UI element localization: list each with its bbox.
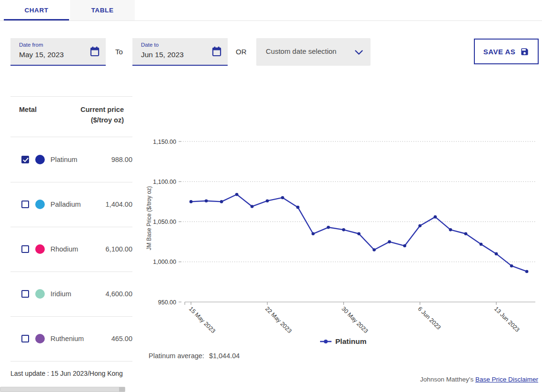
divider [10, 316, 132, 317]
date-to-label: Date to [141, 42, 159, 48]
metal-row-platinum[interactable]: Platinum 988.00 [10, 154, 132, 165]
metal-row-ruthenium[interactable]: Ruthenium 465.00 [10, 333, 132, 344]
metal-price: 6,100.00 [106, 245, 132, 253]
save-as-button[interactable]: SAVE AS [474, 39, 539, 64]
metal-prices-app: CHART TABLE Date from May 15, 2023 To Da… [0, 0, 542, 392]
iridium-checkbox[interactable] [21, 290, 29, 298]
date-to-field[interactable]: Date to Jun 15, 2023 [132, 38, 228, 66]
rhodium-checkbox[interactable] [21, 245, 29, 253]
metal-price: 988.00 [111, 156, 132, 163]
date-to-value: Jun 15, 2023 [141, 50, 184, 59]
active-tab-underline [4, 19, 69, 20]
platinum-color-dot [35, 155, 45, 164]
tabs-divider [0, 20, 542, 21]
svg-text:JM Base Price ($/troy oz): JM Base Price ($/troy oz) [146, 186, 152, 251]
svg-text:6 Jun 2023: 6 Jun 2023 [417, 305, 442, 331]
divider [10, 96, 132, 97]
metal-name: Rhodium [50, 245, 78, 253]
metal-price: 1,404.00 [106, 201, 132, 208]
palladium-checkbox[interactable] [21, 201, 29, 208]
svg-text:13 Jun 2023: 13 Jun 2023 [493, 305, 521, 333]
disclaimer-text: Johnson Matthey's Base Price Disclaimer [420, 376, 538, 383]
ruthenium-color-dot [35, 334, 45, 343]
metal-row-iridium[interactable]: Iridium 4,600.00 [10, 288, 132, 300]
legend-line-marker-icon [320, 339, 331, 344]
svg-text:30 May 2023: 30 May 2023 [340, 305, 369, 334]
disclaimer-prefix: Johnson Matthey's [420, 376, 473, 383]
metal-row-palladium[interactable]: Palladium 1,404.00 [10, 199, 132, 210]
scrollbar-end-cap [119, 387, 125, 392]
divider [10, 182, 132, 182]
rhodium-color-dot [35, 244, 45, 254]
date-from-value: May 15, 2023 [19, 50, 64, 59]
save-floppy-icon [520, 47, 529, 56]
date-from-field[interactable]: Date from May 15, 2023 [10, 38, 106, 66]
chart-legend: Platinum [320, 337, 366, 346]
horizontal-scrollbar-thumb[interactable] [0, 387, 125, 392]
platinum-average: Platinum average:$1,044.04 [149, 352, 240, 360]
price-column-header: Current price [57, 106, 124, 113]
calendar-icon[interactable] [211, 46, 222, 57]
platinum-checkbox[interactable] [21, 156, 29, 163]
tab-chart[interactable]: CHART [4, 0, 69, 20]
tab-table[interactable]: TABLE [70, 0, 135, 20]
date-from-label: Date from [19, 42, 43, 48]
save-as-label: SAVE AS [483, 48, 516, 56]
divider [10, 271, 132, 272]
metal-name: Ruthenium [50, 335, 84, 342]
metal-row-rhodium[interactable]: Rhodium 6,100.00 [10, 243, 132, 255]
metal-name: Iridium [50, 290, 71, 298]
average-value: $1,044.04 [209, 352, 240, 360]
metal-name: Palladium [50, 201, 81, 208]
calendar-icon[interactable] [90, 46, 100, 57]
metal-price: 465.00 [111, 335, 132, 342]
ruthenium-checkbox[interactable] [21, 335, 29, 342]
or-label: OR [236, 48, 247, 56]
to-label: To [115, 48, 123, 56]
price-column-unit: ($/troy oz) [57, 116, 124, 124]
chevron-down-icon [355, 50, 363, 55]
svg-text:1,100.00: 1,100.00 [153, 179, 176, 185]
metal-column-header: Metal [19, 106, 37, 113]
last-update-text: Last update : 15 Jun 2023/Hong Kong [10, 370, 123, 377]
svg-text:950.00: 950.00 [158, 299, 176, 306]
svg-text:15 May 2023: 15 May 2023 [188, 305, 217, 334]
palladium-color-dot [35, 200, 45, 209]
metal-name: Platinum [50, 156, 77, 163]
dropdown-selected-value: Custom date selection [266, 47, 336, 55]
metal-price: 4,600.00 [106, 290, 132, 298]
iridium-color-dot [35, 289, 45, 299]
base-price-disclaimer-link[interactable]: Base Price Disclaimer [475, 376, 538, 383]
svg-text:1,000.00: 1,000.00 [153, 259, 176, 265]
divider [10, 137, 132, 137]
svg-text:1,050.00: 1,050.00 [153, 219, 176, 225]
average-label: Platinum average: [149, 352, 204, 360]
price-line-chart: JM Base Price ($/troy oz)1,150.001,100.0… [143, 130, 539, 338]
legend-label: Platinum [335, 337, 366, 346]
divider [10, 227, 132, 227]
svg-text:1,150.00: 1,150.00 [153, 139, 176, 145]
custom-date-selection-dropdown[interactable]: Custom date selection [256, 38, 371, 66]
divider [10, 361, 132, 362]
svg-text:22 May 2023: 22 May 2023 [264, 305, 293, 334]
